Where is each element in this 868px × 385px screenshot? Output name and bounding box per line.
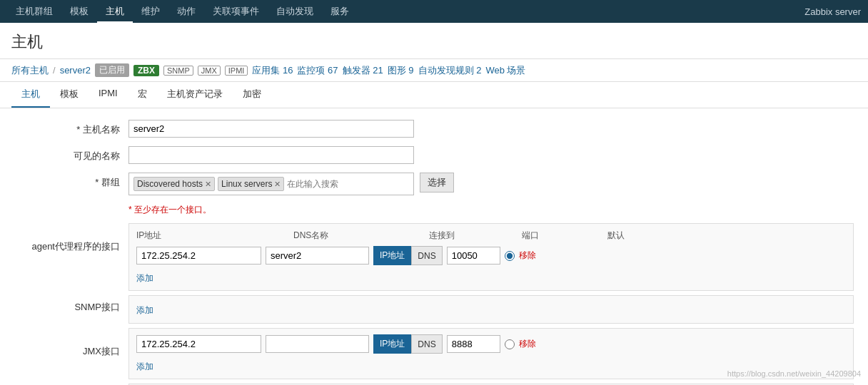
- agent-port-input[interactable]: [447, 247, 500, 265]
- tab-ipmi[interactable]: IPMI: [89, 82, 128, 108]
- snmp-add-link[interactable]: 添加: [136, 304, 153, 317]
- nav-maintenance[interactable]: 维护: [133, 0, 168, 23]
- col-ip-header: IP地址: [136, 230, 265, 242]
- group-tag-label: Discovered hosts: [137, 179, 203, 189]
- breadcrumb-all-hosts[interactable]: 所有主机: [11, 64, 49, 77]
- agent-dns-input[interactable]: [266, 247, 369, 265]
- triggers-link[interactable]: 触发器 21: [343, 64, 383, 77]
- nav-services[interactable]: 服务: [322, 0, 358, 23]
- jmx-badge[interactable]: JMX: [198, 66, 221, 76]
- visiblename-label: 可见的名称: [14, 146, 128, 163]
- page-title: 主机: [11, 31, 857, 53]
- hostname-row: * 主机名称: [14, 120, 854, 138]
- agent-interface-row: agent代理程序的接口 IP地址 DNS名称 连接到 端口 默认 IP地址 D…: [14, 223, 854, 291]
- jmx-port-input[interactable]: [447, 335, 500, 353]
- jmx-default-radio[interactable]: [505, 339, 515, 349]
- snmp-badge[interactable]: SNMP: [163, 66, 193, 76]
- nav-hosts[interactable]: 主机: [97, 0, 133, 23]
- col-dns-header: DNS名称: [293, 230, 400, 242]
- graphs-link[interactable]: 图形 9: [388, 64, 414, 77]
- nav-actions[interactable]: 动作: [168, 0, 204, 23]
- remove-group-discovered[interactable]: ✕: [205, 180, 211, 189]
- visiblename-row: 可见的名称: [14, 146, 854, 164]
- jmx-conn-group: IP地址 DNS: [373, 334, 443, 354]
- tab-templates[interactable]: 模板: [50, 82, 89, 108]
- hostname-input[interactable]: [128, 120, 414, 138]
- groups-label: * 群组: [14, 173, 128, 189]
- agent-add-link[interactable]: 添加: [136, 272, 153, 284]
- monitors-link[interactable]: 监控项 67: [297, 64, 338, 77]
- breadcrumb-separator: /: [53, 65, 56, 76]
- host-enabled-badge: 已启用: [95, 63, 129, 77]
- nav-autodiscovery[interactable]: 自动发现: [268, 0, 322, 23]
- group-search-input[interactable]: [287, 179, 394, 189]
- agent-col-headers: IP地址 DNS名称 连接到 端口 默认: [136, 230, 846, 242]
- jmx-remove-link[interactable]: 移除: [519, 338, 536, 350]
- agent-conn-ip-btn[interactable]: IP地址: [373, 246, 411, 265]
- visiblename-input[interactable]: [128, 146, 414, 164]
- ipmi-badge[interactable]: IPMI: [225, 66, 248, 76]
- group-tag-discovered: Discovered hosts ✕: [133, 177, 215, 191]
- jmx-interface-label: JMX接口: [14, 328, 128, 358]
- agent-ip-input[interactable]: [136, 247, 261, 265]
- agent-remove-link[interactable]: 移除: [519, 250, 536, 262]
- tab-encryption[interactable]: 加密: [233, 82, 271, 108]
- autodisc-link[interactable]: 自动发现规则 2: [418, 64, 482, 77]
- jmx-ip-input[interactable]: [136, 335, 261, 353]
- jmx-conn-dns-btn[interactable]: DNS: [411, 334, 442, 354]
- agent-interface-label: agent代理程序的接口: [14, 223, 128, 253]
- agent-interface-fields: IP地址 DNS 移除: [136, 246, 846, 265]
- nav-correlations[interactable]: 关联项事件: [204, 0, 268, 23]
- tab-bar: 主机 模板 IPMI 宏 主机资产记录 加密: [0, 82, 868, 108]
- agent-default-radio[interactable]: [505, 251, 515, 261]
- snmp-interface-label: SNMP接口: [14, 295, 128, 314]
- col-port-header: 端口: [522, 230, 579, 242]
- page-header: 主机: [0, 23, 868, 59]
- watermark: https://blog.csdn.net/weixin_44209804: [727, 369, 861, 378]
- col-conn-header: 连接到: [429, 230, 493, 242]
- interface-warning: * 至少存在一个接口。: [128, 204, 854, 216]
- groups-row: * 群组 Discovered hosts ✕ Linux servers ✕ …: [14, 173, 854, 195]
- groups-input-area[interactable]: Discovered hosts ✕ Linux servers ✕: [128, 173, 414, 195]
- group-tag-label: Linux servers: [221, 179, 272, 189]
- hostname-label: * 主机名称: [14, 120, 128, 136]
- agent-interface-content: IP地址 DNS名称 连接到 端口 默认 IP地址 DNS 移除 添加: [128, 223, 854, 291]
- select-group-button[interactable]: 选择: [420, 173, 454, 192]
- jmx-dns-input[interactable]: [266, 335, 369, 353]
- tab-inventory[interactable]: 主机资产记录: [157, 82, 233, 108]
- group-tag-linux: Linux servers ✕: [218, 177, 284, 191]
- web-link[interactable]: Web 场景: [485, 64, 525, 77]
- jmx-add-link[interactable]: 添加: [136, 361, 153, 373]
- jmx-interface-fields: IP地址 DNS 移除: [136, 334, 846, 354]
- host-info-bar: 所有主机 / server2 已启用 ZBX SNMP JMX IPMI 应用集…: [0, 59, 868, 82]
- zbx-badge[interactable]: ZBX: [133, 65, 159, 76]
- main-content: * 主机名称 可见的名称 * 群组 Discovered hosts ✕ Lin…: [0, 108, 868, 385]
- tab-macros[interactable]: 宏: [128, 82, 157, 108]
- brand-label: Zabbix server: [804, 6, 861, 17]
- tab-host[interactable]: 主机: [11, 82, 50, 108]
- jmx-conn-ip-btn[interactable]: IP地址: [373, 334, 411, 354]
- breadcrumb-host[interactable]: server2: [60, 65, 91, 76]
- apps-link[interactable]: 应用集 16: [252, 64, 293, 77]
- remove-group-linux[interactable]: ✕: [274, 180, 281, 189]
- snmp-interface-row: SNMP接口 添加: [14, 295, 854, 324]
- agent-conn-dns-btn[interactable]: DNS: [411, 246, 442, 265]
- nav-templates[interactable]: 模板: [61, 0, 97, 23]
- snmp-interface-content: 添加: [128, 295, 854, 324]
- col-default-header: 默认: [607, 230, 643, 242]
- agent-conn-group: IP地址 DNS: [373, 246, 443, 265]
- nav-hostgroups[interactable]: 主机群组: [7, 0, 61, 23]
- top-navigation: 主机群组 模板 主机 维护 动作 关联项事件 自动发现 服务 Zabbix se…: [0, 0, 868, 23]
